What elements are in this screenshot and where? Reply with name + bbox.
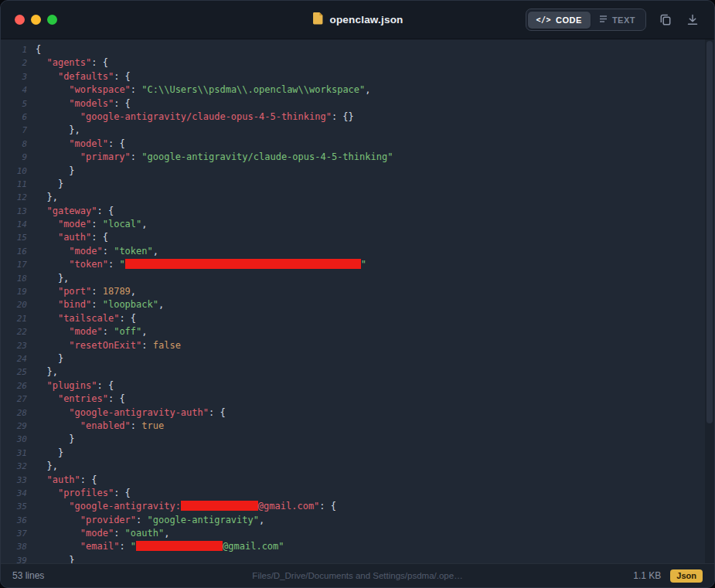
line-number: 14 bbox=[1, 218, 27, 231]
statusbar-right: 1.1 KB Json bbox=[633, 569, 703, 583]
code-line: 24 } bbox=[1, 352, 714, 365]
code-text: "auth": { bbox=[27, 231, 108, 244]
window-title-group: openclaw.json bbox=[312, 12, 403, 28]
line-count: 53 lines bbox=[12, 570, 44, 581]
copy-button[interactable] bbox=[658, 12, 673, 28]
line-number: 34 bbox=[1, 487, 27, 500]
app-window: openclaw.json </> CODE TEXT bbox=[0, 0, 715, 588]
line-number: 5 bbox=[1, 97, 27, 110]
code-line: 30 } bbox=[1, 433, 714, 446]
minimize-button[interactable] bbox=[31, 15, 41, 25]
download-button[interactable] bbox=[685, 12, 700, 28]
maximize-button[interactable] bbox=[47, 15, 57, 25]
window-title: openclaw.json bbox=[329, 14, 403, 25]
code-editor: 1{2 "agents": {3 "defaults": {4 "workspa… bbox=[1, 39, 714, 563]
line-number: 32 bbox=[1, 460, 27, 473]
redaction-bar bbox=[136, 541, 223, 551]
code-line: 21 "tailscale": { bbox=[1, 312, 714, 325]
code-text: }, bbox=[27, 191, 58, 204]
code-line: 18 }, bbox=[1, 272, 714, 285]
line-number: 31 bbox=[1, 447, 27, 460]
code-text: }, bbox=[27, 272, 69, 285]
code-text: "enabled": true bbox=[27, 420, 164, 433]
line-number: 21 bbox=[1, 312, 27, 325]
code-line: 13 "gateway": { bbox=[1, 205, 714, 218]
line-number: 13 bbox=[1, 205, 27, 218]
code-line: 28 "google-antigravity-auth": { bbox=[1, 406, 714, 420]
code-line: 5 "models": { bbox=[1, 97, 714, 110]
file-path: Files/D_Drive/Documents and Settings/psd… bbox=[252, 571, 462, 580]
code-text: "google-antigravity-auth": { bbox=[27, 406, 226, 420]
code-line: 32 }, bbox=[1, 460, 714, 473]
line-number: 29 bbox=[1, 420, 27, 433]
close-button[interactable] bbox=[15, 15, 25, 25]
line-number: 27 bbox=[1, 393, 27, 406]
code-line: 25 }, bbox=[1, 365, 714, 379]
code-text: "google-antigravity/claude-opus-4-5-thin… bbox=[27, 110, 354, 124]
text-view-label: TEXT bbox=[612, 15, 635, 25]
code-line: 4 "workspace": "C:\\Users\\psdma\\.openc… bbox=[1, 83, 714, 97]
code-line: 31 } bbox=[1, 447, 714, 460]
line-number: 36 bbox=[1, 514, 27, 527]
line-number: 7 bbox=[1, 124, 27, 137]
code-text: } bbox=[27, 554, 75, 563]
line-number: 6 bbox=[1, 110, 27, 124]
code-text: "entries": { bbox=[27, 393, 125, 406]
line-number: 16 bbox=[1, 245, 27, 258]
line-number: 26 bbox=[1, 379, 27, 393]
line-number: 9 bbox=[1, 151, 27, 164]
code-text: "mode": "oauth", bbox=[27, 527, 169, 540]
line-number: 15 bbox=[1, 231, 27, 244]
line-number: 33 bbox=[1, 474, 27, 487]
code-line: 33 "auth": { bbox=[1, 474, 714, 487]
code-text: "auth": { bbox=[27, 474, 97, 487]
line-number: 35 bbox=[1, 500, 27, 513]
code-view-button[interactable]: </> CODE bbox=[528, 12, 591, 29]
code-text: { bbox=[27, 43, 41, 56]
scrollbar-thumb[interactable] bbox=[706, 41, 713, 423]
file-size: 1.1 KB bbox=[633, 570, 661, 581]
code-line: 3 "defaults": { bbox=[1, 70, 714, 83]
line-number: 25 bbox=[1, 365, 27, 379]
code-line: 6 "google-antigravity/claude-opus-4-5-th… bbox=[1, 110, 714, 124]
code-line: 36 "provider": "google-antigravity", bbox=[1, 514, 714, 527]
code-line: 38 "email": "@gmail.com" bbox=[1, 540, 714, 553]
code-text: "models": { bbox=[27, 97, 131, 110]
titlebar: openclaw.json </> CODE TEXT bbox=[1, 1, 714, 39]
code-text: "mode": "token", bbox=[27, 245, 158, 258]
code-line: 20 "bind": "loopback", bbox=[1, 298, 714, 311]
code-text: } bbox=[27, 178, 63, 191]
code-line: 1{ bbox=[1, 43, 714, 56]
line-number: 30 bbox=[1, 433, 27, 446]
code-text: }, bbox=[27, 365, 58, 379]
line-number: 37 bbox=[1, 527, 27, 540]
line-number: 10 bbox=[1, 165, 27, 178]
view-mode-toggle: </> CODE TEXT bbox=[526, 8, 646, 31]
line-number: 11 bbox=[1, 178, 27, 191]
scrollbar-track[interactable] bbox=[705, 39, 714, 563]
code-line: 14 "mode": "local", bbox=[1, 218, 714, 231]
code-line: 12 }, bbox=[1, 191, 714, 204]
code-line: 34 "profiles": { bbox=[1, 487, 714, 500]
code-line: 19 "port": 18789, bbox=[1, 285, 714, 298]
line-number: 1 bbox=[1, 43, 27, 56]
code-text: } bbox=[27, 352, 63, 365]
header-actions: </> CODE TEXT bbox=[526, 8, 700, 31]
code-text: }, bbox=[27, 124, 80, 137]
code-text: "agents": { bbox=[27, 56, 108, 70]
line-number: 38 bbox=[1, 540, 27, 553]
line-number: 19 bbox=[1, 285, 27, 298]
code-text: "bind": "loopback", bbox=[27, 298, 164, 311]
code-text: "tailscale": { bbox=[27, 312, 136, 325]
code-text: "gateway": { bbox=[27, 205, 114, 218]
redaction-bar bbox=[181, 501, 258, 511]
code-text: "email": "@gmail.com" bbox=[27, 540, 284, 553]
text-view-button[interactable]: TEXT bbox=[591, 11, 644, 29]
code-text: } bbox=[27, 433, 75, 446]
code-text: "plugins": { bbox=[27, 379, 114, 393]
code-line: 26 "plugins": { bbox=[1, 379, 714, 393]
code-line: 17 "token": "" bbox=[1, 258, 714, 271]
code-line: 16 "mode": "token", bbox=[1, 245, 714, 258]
code-line: 29 "enabled": true bbox=[1, 420, 714, 433]
code-line: 8 "model": { bbox=[1, 138, 714, 151]
